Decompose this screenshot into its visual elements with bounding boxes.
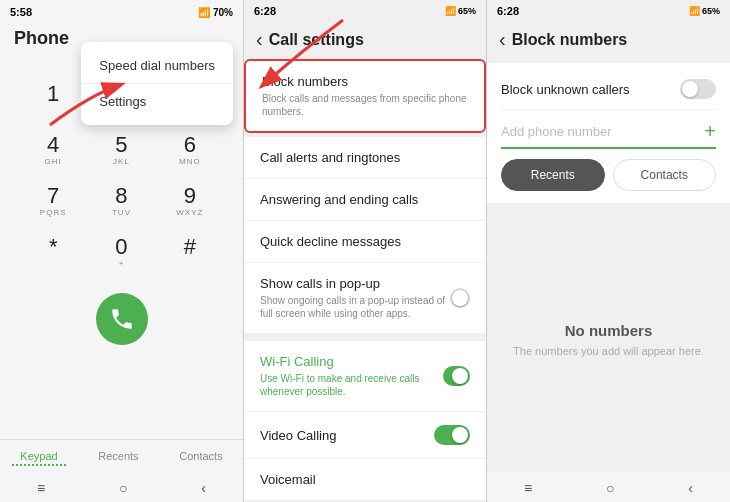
tab-contacts-label: Contacts: [179, 450, 222, 462]
call-alerts-title: Call alerts and ringtones: [260, 150, 470, 165]
add-phone-plus-icon[interactable]: +: [704, 120, 716, 143]
status-icons-2: 📶 65%: [445, 6, 476, 16]
phone-icon: [109, 306, 135, 332]
block-numbers-card[interactable]: Block numbers Block calls and messages f…: [244, 59, 486, 133]
bottom-tabs: Keypad Recents Contacts: [0, 439, 243, 472]
tab-contacts-filter[interactable]: Contacts: [613, 159, 717, 191]
show-calls-row: Show calls in pop-up Show ongoing calls …: [260, 276, 470, 320]
key-0[interactable]: 0+: [88, 228, 154, 277]
key-5[interactable]: 5JKL: [88, 126, 154, 175]
tab-recents[interactable]: Recents: [90, 448, 146, 466]
signal-icon-2: 📶: [445, 6, 456, 16]
key-4[interactable]: 4GHI: [20, 126, 86, 175]
signal-icon-3: 📶: [689, 6, 700, 16]
battery-2: 65%: [458, 6, 476, 16]
call-settings-group2: Wi-Fi Calling Use Wi-Fi to make and rece…: [244, 341, 486, 500]
status-bar-2: 6:28 📶 65%: [244, 0, 486, 20]
block-numbers-card-main: Block unknown callers Add phone number +…: [487, 63, 730, 203]
battery-icon-1: 70%: [213, 7, 233, 18]
call-settings-panel: 6:28 📶 65% ‹ Call settings Block numbers…: [243, 0, 486, 502]
wifi-calling-item[interactable]: Wi-Fi Calling Use Wi-Fi to make and rece…: [244, 341, 486, 412]
nav-back-3[interactable]: ‹: [674, 478, 707, 498]
answering-item[interactable]: Answering and ending calls: [244, 179, 486, 221]
key-7[interactable]: 7PQRS: [20, 177, 86, 226]
call-button-row: [0, 293, 243, 345]
block-numbers-title: Block numbers: [262, 74, 468, 89]
block-unknown-row: Block unknown callers: [501, 75, 716, 110]
block-unknown-label: Block unknown callers: [501, 82, 630, 97]
voicemail-title: Voicemail: [260, 472, 470, 487]
phone-keypad-panel: 5:58 📶 70% Phone Speed dial numbers Sett…: [0, 0, 243, 502]
video-calling-toggle[interactable]: [434, 425, 470, 445]
call-settings-group1: Call alerts and ringtones Answering and …: [244, 137, 486, 333]
status-time-3: 6:28: [497, 5, 519, 17]
status-bar-3: 6:28 📶 65%: [487, 0, 730, 20]
call-settings-title: Call settings: [269, 31, 364, 49]
no-numbers-section: No numbers The numbers you add will appe…: [487, 207, 730, 472]
status-time-1: 5:58: [10, 6, 32, 18]
popup-settings[interactable]: Settings: [81, 84, 233, 119]
video-calling-title: Video Calling: [260, 428, 336, 443]
key-6[interactable]: 6MNO: [157, 126, 223, 175]
status-icons-3: 📶 65%: [689, 6, 720, 16]
key-star[interactable]: *: [20, 228, 86, 277]
wifi-calling-toggle[interactable]: [443, 366, 470, 386]
tab-keypad[interactable]: Keypad: [12, 448, 65, 466]
tab-recents-label: Recents: [98, 450, 138, 462]
wifi-calling-title: Wi-Fi Calling: [260, 354, 443, 369]
nav-home-1[interactable]: ○: [105, 478, 141, 498]
add-phone-row[interactable]: Add phone number +: [501, 110, 716, 149]
back-arrow-2[interactable]: ‹: [256, 28, 263, 51]
nav-bar-1: ≡ ○ ‹: [0, 472, 243, 502]
no-numbers-title: No numbers: [565, 322, 653, 339]
block-numbers-title: Block numbers: [512, 31, 628, 49]
signal-icon-1: 📶: [198, 7, 210, 18]
block-numbers-item[interactable]: Block numbers Block calls and messages f…: [246, 61, 484, 131]
battery-3: 65%: [702, 6, 720, 16]
add-phone-label: Add phone number: [501, 124, 612, 139]
key-8[interactable]: 8TUV: [88, 177, 154, 226]
show-calls-item[interactable]: Show calls in pop-up Show ongoing calls …: [244, 263, 486, 333]
nav-menu-3[interactable]: ≡: [510, 478, 546, 498]
voicemail-item[interactable]: Voicemail: [244, 459, 486, 500]
block-numbers-sub: Block calls and messages from specific p…: [262, 92, 468, 118]
quick-decline-item[interactable]: Quick decline messages: [244, 221, 486, 263]
quick-decline-title: Quick decline messages: [260, 234, 470, 249]
nav-menu-1[interactable]: ≡: [23, 478, 59, 498]
tab-keypad-label: Keypad: [20, 450, 57, 462]
call-settings-header: ‹ Call settings: [244, 20, 486, 59]
no-numbers-sub: The numbers you add will appear here.: [513, 345, 704, 357]
call-alerts-item[interactable]: Call alerts and ringtones: [244, 137, 486, 179]
nav-bar-3: ≡ ○ ‹: [487, 472, 730, 502]
tab-recents-filter[interactable]: Recents: [501, 159, 605, 191]
key-9[interactable]: 9WXYZ: [157, 177, 223, 226]
status-icons-1: 📶 70%: [198, 7, 233, 18]
tab-contacts[interactable]: Contacts: [171, 448, 230, 466]
key-1[interactable]: 1: [20, 75, 86, 124]
block-unknown-toggle[interactable]: [680, 79, 716, 99]
show-calls-title: Show calls in pop-up: [260, 276, 450, 291]
call-button[interactable]: [96, 293, 148, 345]
nav-back-1[interactable]: ‹: [187, 478, 220, 498]
answering-title: Answering and ending calls: [260, 192, 470, 207]
show-calls-toggle[interactable]: [450, 288, 470, 308]
key-hash[interactable]: #: [157, 228, 223, 277]
popup-menu: Speed dial numbers Settings: [81, 42, 233, 125]
block-numbers-panel: 6:28 📶 65% ‹ Block numbers Block unknown…: [486, 0, 730, 502]
nav-home-3[interactable]: ○: [592, 478, 628, 498]
status-bar-1: 5:58 📶 70%: [0, 0, 243, 22]
video-calling-row: Video Calling: [260, 425, 470, 445]
back-arrow-3[interactable]: ‹: [499, 28, 506, 51]
wifi-calling-sub: Use Wi-Fi to make and receive calls when…: [260, 372, 443, 398]
video-calling-item[interactable]: Video Calling: [244, 412, 486, 459]
block-numbers-header: ‹ Block numbers: [487, 20, 730, 59]
filter-tabs: Recents Contacts: [501, 159, 716, 191]
status-time-2: 6:28: [254, 5, 276, 17]
show-calls-sub: Show ongoing calls in a pop-up instead o…: [260, 294, 450, 320]
popup-speed-dial[interactable]: Speed dial numbers: [81, 48, 233, 84]
wifi-calling-row: Wi-Fi Calling Use Wi-Fi to make and rece…: [260, 354, 470, 398]
